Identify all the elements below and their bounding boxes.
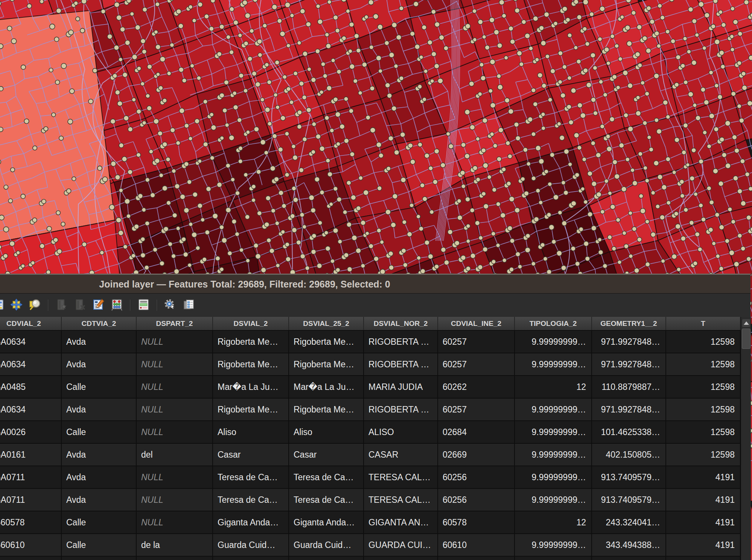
table-cell[interactable]: Guarda Cuid… xyxy=(213,534,289,556)
table-cell[interactable] xyxy=(666,557,741,560)
header-cell-DSPART_2[interactable]: DSPART_2 xyxy=(137,317,213,330)
header-cell-DSVIAL_NOR_2[interactable]: DSVIAL_NOR_2 xyxy=(364,317,438,330)
table-cell[interactable]: 913.7409579… xyxy=(592,466,666,488)
table-cell[interactable]: Avda xyxy=(62,399,137,420)
table-cell[interactable] xyxy=(592,557,666,560)
table-cell[interactable]: NULL xyxy=(137,421,213,443)
table-cell[interactable]: Giganta Anda… xyxy=(289,511,364,533)
table-cell[interactable]: 65A0634 xyxy=(0,353,62,375)
table-cell[interactable]: Avda xyxy=(62,466,137,488)
table-cell[interactable]: 6560610 xyxy=(0,534,62,556)
table-cell[interactable] xyxy=(289,557,364,560)
table-cell[interactable]: GIGANTA AN… xyxy=(364,511,438,533)
table-cell[interactable] xyxy=(364,557,438,560)
table-cell[interactable]: 4191 xyxy=(666,489,741,511)
table-cell[interactable]: 12598 xyxy=(666,399,741,420)
table-cell[interactable]: ALISO xyxy=(364,421,438,443)
table-cell[interactable]: NULL xyxy=(137,466,213,488)
table-cell[interactable]: NULL xyxy=(137,399,213,420)
table-cell[interactable]: Guarda Cuid… xyxy=(289,534,364,556)
table-cell[interactable]: de la xyxy=(137,534,213,556)
table-cell[interactable]: 02684 xyxy=(438,421,515,443)
table-cell[interactable]: Teresa de Ca… xyxy=(213,489,289,511)
table-cell[interactable]: 60262 xyxy=(438,376,515,398)
table-cell[interactable]: RIGOBERTA … xyxy=(364,399,438,420)
attribute-table-titlebar[interactable]: Joined layer — Features Total: 29689, Fi… xyxy=(0,274,750,294)
table-cell[interactable]: Giganta Anda… xyxy=(213,511,289,533)
table-cell[interactable]: 60610 xyxy=(438,534,515,556)
table-cell[interactable]: 9.99999999… xyxy=(515,331,592,353)
table-cell[interactable]: 9.99999999… xyxy=(515,489,592,511)
table-cell[interactable]: Mar�a La Ju… xyxy=(213,376,289,398)
table-cell[interactable]: Avda xyxy=(62,331,137,353)
table-cell[interactable]: Calle xyxy=(62,376,137,398)
pan-to-selection-button[interactable] xyxy=(10,299,22,311)
table-cell[interactable]: Mar�a La Ju… xyxy=(289,376,364,398)
table-cell[interactable] xyxy=(438,557,515,560)
table-cell[interactable]: del xyxy=(137,444,213,466)
table-cell[interactable]: 60256 xyxy=(438,466,515,488)
table-cell[interactable]: Rigoberta Me… xyxy=(213,353,289,375)
field-calculator-button[interactable] xyxy=(111,299,123,311)
table-cell[interactable]: TERESA CAL… xyxy=(364,489,438,511)
table-cell[interactable]: Rigoberta Me… xyxy=(289,331,364,353)
table-cell[interactable]: 971.9927848… xyxy=(592,399,666,420)
table-cell[interactable]: Rigoberta Me… xyxy=(213,331,289,353)
table-cell[interactable]: MARIA JUDIA xyxy=(364,376,438,398)
conditional-formatting-button[interactable] xyxy=(137,299,149,311)
table-cell[interactable]: 65A0026 xyxy=(0,421,62,443)
table-cell[interactable]: Calle xyxy=(62,511,137,533)
table-cell[interactable]: 65A0711 xyxy=(0,466,62,488)
table-cell[interactable]: 65A0161 xyxy=(0,444,62,466)
header-cell-CDVIAL_INE_2[interactable]: CDVIAL_INE_2 xyxy=(438,317,515,330)
table-cell[interactable]: Teresa de Ca… xyxy=(213,466,289,488)
table-cell[interactable]: RIGOBERTA … xyxy=(364,353,438,375)
actions-button[interactable] xyxy=(164,299,176,311)
table-cell[interactable]: NULL xyxy=(137,353,213,375)
table-cell[interactable]: Avda xyxy=(62,489,137,511)
table-cell[interactable] xyxy=(0,557,62,560)
scrollbar-thumb[interactable] xyxy=(742,329,750,349)
header-cell-DSVIAL_25_2[interactable]: DSVIAL_25_2 xyxy=(289,317,364,330)
table-cell[interactable]: 971.9927848… xyxy=(592,331,666,353)
scroll-up-button[interactable] xyxy=(742,319,750,327)
zoom-to-selection-button[interactable] xyxy=(29,299,41,311)
table-cell[interactable]: 9.99999999… xyxy=(515,444,592,466)
table-cell[interactable]: 02669 xyxy=(438,444,515,466)
header-cell-DSVIAL_2[interactable]: DSVIAL_2 xyxy=(213,317,289,330)
table-cell[interactable]: CASAR xyxy=(364,444,438,466)
table-cell[interactable]: 60257 xyxy=(438,353,515,375)
table-cell[interactable]: Rigoberta Me… xyxy=(213,399,289,420)
table-cell[interactable] xyxy=(62,557,137,560)
table-cell[interactable]: Casar xyxy=(213,444,289,466)
table-cell[interactable]: 12598 xyxy=(666,444,741,466)
table-cell[interactable]: RIGOBERTA … xyxy=(364,331,438,353)
table-cell[interactable]: 343.494388… xyxy=(592,534,666,556)
header-cell-CDVIAL_2[interactable]: CDVIAL_2 xyxy=(0,317,62,330)
table-cell[interactable] xyxy=(515,557,592,560)
table-cell[interactable]: 110.8879887… xyxy=(592,376,666,398)
table-cell[interactable]: 4191 xyxy=(666,534,741,556)
table-cell[interactable]: 4191 xyxy=(666,511,741,533)
table-cell[interactable]: 12 xyxy=(515,511,592,533)
table-cell[interactable]: Aliso xyxy=(289,421,364,443)
table-cell[interactable]: NULL xyxy=(137,511,213,533)
header-cell-T[interactable]: T xyxy=(666,317,741,330)
table-cell[interactable]: 101.4625338… xyxy=(592,421,666,443)
header-cell-CDTVIA_2[interactable]: CDTVIA_2 xyxy=(62,317,137,330)
table-cell[interactable] xyxy=(213,557,289,560)
table-cell[interactable]: Avda xyxy=(62,444,137,466)
table-cell[interactable]: 12598 xyxy=(666,331,741,353)
partial-form-button[interactable] xyxy=(0,299,4,311)
table-cell[interactable]: 12598 xyxy=(666,376,741,398)
table-cell[interactable]: 60257 xyxy=(438,331,515,353)
edit-form-button[interactable] xyxy=(92,299,104,311)
table-cell[interactable]: GUARDA CUI… xyxy=(364,534,438,556)
table-cell[interactable]: 913.7409579… xyxy=(592,489,666,511)
switch-to-form-view-button[interactable] xyxy=(183,299,195,311)
table-cell[interactable]: 60256 xyxy=(438,489,515,511)
table-cell[interactable]: 12598 xyxy=(666,421,741,443)
table-cell[interactable]: 65A0634 xyxy=(0,399,62,420)
table-cell[interactable]: 971.9927848… xyxy=(592,353,666,375)
table-cell[interactable]: 6560578 xyxy=(0,511,62,533)
